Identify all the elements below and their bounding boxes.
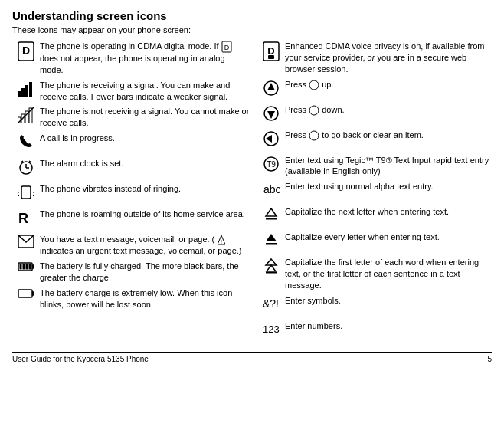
svg-rect-33 — [26, 264, 28, 270]
svg-line-22 — [33, 188, 34, 189]
cdma-digital-icon: D — [12, 41, 40, 61]
alpha-text-desc: Enter text using normal alpha text entry… — [285, 181, 492, 192]
tegic-desc: Enter text using Tegic™ T9® Text Input r… — [285, 155, 492, 178]
battery-full-icon — [12, 261, 40, 272]
svg-rect-35 — [18, 290, 32, 297]
page-title: Understanding screen icons — [12, 9, 492, 22]
call-in-progress-icon — [12, 133, 40, 149]
vibrate-desc: The phone vibrates instead of ringing. — [40, 183, 250, 195]
list-item: Press down. — [257, 104, 492, 126]
footer: User Guide for the Kyocera 5135 Phone 5 — [12, 352, 492, 363]
numbers-desc: Enter numbers. — [285, 320, 492, 332]
list-item: R The phone is roaming outside of its ho… — [12, 208, 250, 230]
capitalize-next-desc: Capitalize the next letter when entering… — [285, 206, 492, 218]
svg-rect-31 — [20, 264, 22, 270]
intro-text: These icons may appear on your phone scr… — [12, 25, 492, 34]
svg-point-48 — [309, 131, 319, 140]
list-item: T9 Enter text using Tegic™ T9® Text Inpu… — [257, 155, 492, 178]
signal-icon — [12, 80, 40, 97]
list-item: The battery is fully charged. The more b… — [12, 261, 250, 284]
cdma-digital-desc: The phone is operating in CDMA digital m… — [40, 41, 250, 76]
list-item: Capitalize the first letter of each word… — [257, 257, 492, 291]
enhanced-cdma-desc: Enhanced CDMA voice privacy is on, if av… — [285, 41, 492, 75]
list-item: The phone vibrates instead of ringing. — [12, 183, 250, 205]
message-icon — [12, 234, 40, 248]
nav-down-desc: Press down. — [285, 104, 492, 116]
svg-text:R: R — [18, 211, 28, 226]
content-wrapper: D The phone is operating in CDMA digital… — [12, 41, 492, 346]
svg-text:123: 123 — [263, 323, 280, 335]
svg-line-19 — [18, 188, 19, 189]
svg-rect-53 — [266, 218, 277, 220]
list-item: abc Enter text using normal alpha text e… — [257, 181, 492, 202]
svg-marker-57 — [267, 265, 276, 271]
list-item: D The phone is operating in CDMA digital… — [12, 41, 250, 76]
svg-rect-30 — [32, 264, 34, 269]
symbols-icon: &?! — [257, 295, 285, 310]
list-item: You have a text message, voicemail, or p… — [12, 234, 250, 257]
symbols-desc: Enter symbols. — [285, 295, 492, 307]
svg-marker-41 — [267, 83, 275, 90]
no-signal-icon — [12, 106, 40, 123]
alarm-desc: The alarm clock is set. — [40, 158, 250, 169]
svg-text:D: D — [267, 45, 274, 57]
svg-marker-52 — [266, 208, 277, 216]
enhanced-cdma-icon: D — [257, 41, 285, 61]
svg-text:D: D — [22, 44, 30, 57]
numbers-icon: 123 — [257, 320, 285, 335]
svg-rect-34 — [29, 264, 31, 270]
svg-marker-54 — [266, 234, 277, 241]
svg-text:D: D — [224, 44, 229, 51]
page: Understanding screen icons These icons m… — [0, 0, 504, 369]
svg-rect-55 — [266, 243, 277, 245]
svg-text:!: ! — [221, 239, 222, 244]
left-column: D The phone is operating in CDMA digital… — [12, 41, 250, 346]
footer-left: User Guide for the Kyocera 5135 Phone — [12, 355, 149, 363]
svg-text:T9: T9 — [267, 160, 276, 169]
svg-line-24 — [33, 195, 34, 197]
svg-marker-47 — [266, 135, 272, 143]
svg-rect-39 — [268, 55, 274, 59]
svg-rect-6 — [25, 85, 28, 97]
nav-down-icon — [257, 104, 285, 122]
svg-rect-5 — [21, 88, 25, 97]
signal-desc: The phone is receiving a signal. You can… — [40, 80, 250, 103]
alpha-text-icon: abc — [257, 181, 285, 195]
list-item: Capitalize every letter when entering te… — [257, 231, 492, 253]
capitalize-next-icon — [257, 206, 285, 224]
right-column: D Enhanced CDMA voice privacy is on, if … — [257, 41, 492, 346]
nav-back-desc: Press to go back or clear an item. — [285, 130, 492, 141]
svg-rect-4 — [18, 91, 21, 97]
svg-rect-58 — [266, 272, 277, 274]
no-signal-desc: The phone is not receiving a signal. You… — [40, 106, 250, 129]
list-item: &?! Enter symbols. — [257, 295, 492, 317]
list-item: The alarm clock is set. — [12, 158, 250, 179]
alarm-icon — [12, 158, 40, 176]
svg-rect-7 — [29, 82, 32, 97]
nav-back-icon — [257, 130, 285, 147]
call-in-progress-desc: A call is in progress. — [40, 133, 250, 144]
svg-marker-44 — [267, 111, 275, 119]
list-item: Press to go back or clear an item. — [257, 130, 492, 151]
nav-up-desc: Press up. — [285, 79, 492, 90]
svg-point-42 — [309, 80, 319, 90]
nav-up-icon — [257, 79, 285, 97]
roaming-icon: R — [12, 208, 40, 226]
svg-rect-32 — [23, 264, 25, 270]
battery-full-desc: The battery is fully charged. The more b… — [40, 261, 250, 284]
roaming-desc: The phone is roaming outside of its home… — [40, 208, 250, 220]
battery-low-desc: The battery charge is extremely low. Whe… — [40, 287, 250, 310]
message-desc: You have a text message, voicemail, or p… — [40, 234, 250, 257]
battery-low-icon — [12, 287, 40, 299]
list-item: A call is in progress. — [12, 133, 250, 154]
svg-text:&?!: &?! — [263, 297, 279, 310]
capitalize-first-icon — [257, 257, 285, 274]
list-item: 123 Enter numbers. — [257, 320, 492, 342]
svg-text:abc: abc — [263, 183, 280, 195]
svg-rect-36 — [32, 291, 34, 296]
list-item: Capitalize the next letter when entering… — [257, 206, 492, 228]
capitalize-first-desc: Capitalize the first letter of each word… — [285, 257, 492, 291]
svg-rect-18 — [21, 186, 31, 199]
list-item: The phone is receiving a signal. You can… — [12, 80, 250, 103]
list-item: The battery charge is extremely low. Whe… — [12, 287, 250, 310]
